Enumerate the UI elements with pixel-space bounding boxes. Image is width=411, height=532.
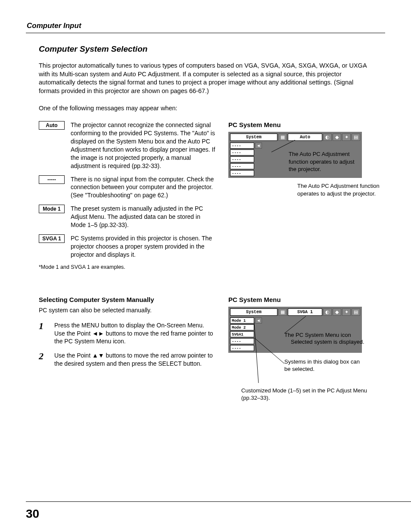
menu1-item: ---- [230, 170, 254, 176]
message-text: The projector cannot recognize the conne… [71, 121, 215, 170]
rule-bottom [26, 501, 411, 502]
step-number: 1 [39, 321, 48, 346]
menu2-annot1a: The PC System Menu icon [284, 331, 366, 339]
menu-icon: ◆ [333, 134, 341, 141]
menu1-item: ---- [230, 163, 254, 169]
tag-auto: Auto [39, 121, 65, 130]
step-row: 2 Use the Point ▲▼ buttons to move the r… [39, 352, 215, 368]
page-title: Computer System Selection [39, 44, 385, 54]
message-row: Auto The projector cannot recognize the … [39, 121, 215, 170]
manual-heading: Selecting Computer System Manually [39, 296, 215, 303]
menu2-heading: PC System Menu [228, 296, 385, 303]
menu1-annotation: The Auto PC Adjustment function operates… [289, 150, 362, 173]
menu1-item: ---- [230, 149, 254, 156]
message-text: There is no signal input from the comput… [71, 175, 215, 200]
message-text: The preset system is manually adjusted i… [71, 205, 215, 229]
menu-icon: ✦ [342, 134, 351, 141]
step-text-a: Use the Point [54, 352, 92, 359]
menu1-annotation-ext: The Auto PC Adjustment function operates… [297, 182, 383, 197]
message-row: Mode 1 The preset system is manually adj… [39, 205, 215, 229]
message-row: SVGA 1 PC Systems provided in this proje… [39, 234, 215, 259]
manual-intro: PC system can also be selected manually. [39, 307, 215, 314]
menu1-heading: PC System Menu [228, 121, 385, 128]
menu2-annot2: Systems in this dialog box can be select… [284, 358, 366, 373]
tag-svga1: SVGA 1 [39, 234, 65, 243]
menu2-caption: Customized Mode (1–5) set in the PC Adju… [241, 387, 375, 402]
rule-top [26, 33, 385, 33]
menu-icon: ▤ [352, 134, 360, 141]
intro-paragraph: This projector automatically tunes to va… [39, 62, 375, 95]
menu1-figure: System ▦ Auto ◐ ◆ ✦ ▤ ---- ◄ - [228, 132, 362, 178]
tag-dashes: ----- [39, 175, 65, 184]
menu-icon: ◐ [323, 134, 332, 141]
step-text: Press the MENU button to display the On-… [54, 321, 215, 346]
lead-line: One of the following messages may appear… [39, 105, 385, 112]
point-up-down-icon: ▲▼ [92, 352, 104, 359]
message-text: PC Systems provided in this projector is… [71, 234, 215, 259]
svg-line-3 [254, 323, 258, 383]
footnote: *Mode 1 and SVGA 1 are examples. [39, 264, 215, 270]
step-row: 1 Press the MENU button to display the O… [39, 321, 215, 346]
message-row: ----- There is no signal input from the … [39, 175, 215, 200]
arrow-left-icon: ◄ [255, 143, 262, 149]
step-text: Use the Point ▲▼ buttons to move the red… [54, 352, 215, 368]
svg-line-2 [254, 338, 284, 364]
menu1-item: ---- [230, 143, 254, 149]
menu1-item: ---- [230, 156, 254, 162]
section-header: Computer Input [26, 22, 385, 30]
point-left-right-icon: ◄► [92, 330, 104, 337]
tag-mode1: Mode 1 [39, 205, 65, 213]
menu2-annot1b: Selected system is displayed. [291, 338, 368, 346]
step-number: 2 [39, 352, 48, 368]
menu1-system-label: System [230, 134, 277, 141]
svg-line-1 [284, 316, 306, 333]
page-number: 30 [26, 507, 39, 521]
